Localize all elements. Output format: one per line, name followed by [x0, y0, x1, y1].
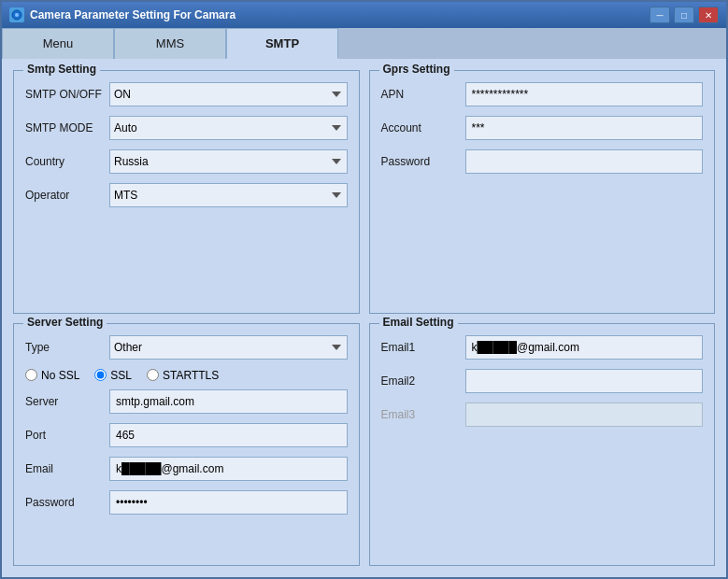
tab-bar: Menu MMS SMTP	[2, 28, 726, 59]
smtp-setting-title: Smtp Setting	[23, 63, 100, 76]
main-window: Camera Parameter Setting For Camara ─ □ …	[0, 0, 728, 579]
email-setting-panel: Email Setting Email1 Email2 Email3	[369, 323, 716, 567]
no-ssl-label: No SSL	[41, 369, 79, 382]
email2-row: Email2	[381, 369, 704, 393]
apn-row: APN	[381, 82, 704, 106]
tab-smtp[interactable]: SMTP	[226, 28, 338, 59]
no-ssl-radio[interactable]	[25, 369, 37, 381]
content-area: Smtp Setting SMTP ON/OFF ON OFF SMTP MOD…	[2, 59, 726, 577]
tab-menu[interactable]: Menu	[2, 28, 114, 59]
account-input[interactable]	[465, 116, 704, 140]
smtp-mode-label: SMTP MODE	[25, 121, 109, 134]
country-row: Country Russia Other	[25, 149, 348, 174]
ssl-label: SSL	[110, 369, 132, 382]
smtp-onoff-label: SMTP ON/OFF	[25, 88, 109, 101]
maximize-button[interactable]: □	[674, 7, 694, 23]
account-row: Account	[381, 116, 704, 140]
ssl-radio[interactable]	[94, 369, 107, 381]
email2-input[interactable]	[465, 369, 704, 393]
apn-label: APN	[381, 88, 465, 101]
port-input[interactable]	[109, 423, 348, 447]
server-label: Server	[25, 395, 109, 408]
type-select[interactable]: Other Gmail Yahoo	[109, 335, 348, 360]
window-controls: ─ □ ✕	[649, 7, 719, 23]
account-label: Account	[381, 121, 465, 134]
close-button[interactable]: ✕	[698, 7, 719, 23]
smtp-onoff-row: SMTP ON/OFF ON OFF	[25, 82, 348, 106]
ssl-option[interactable]: SSL	[94, 369, 132, 382]
server-setting-panel: Server Setting Type Other Gmail Yahoo No…	[13, 323, 360, 567]
tab-mms[interactable]: MMS	[114, 28, 226, 59]
minimize-button[interactable]: ─	[649, 7, 670, 23]
gprs-setting-title: Gprs Setting	[379, 63, 454, 76]
smtp-mode-select[interactable]: Auto Manual	[109, 116, 348, 140]
email3-label: Email3	[381, 408, 465, 421]
email1-label: Email1	[381, 341, 465, 354]
email-setting-title: Email Setting	[379, 316, 458, 329]
server-row: Server	[25, 389, 348, 414]
window-title: Camera Parameter Setting For Camara	[30, 8, 649, 21]
type-label: Type	[25, 341, 109, 354]
svg-point-1	[15, 13, 19, 17]
email2-label: Email2	[381, 374, 465, 388]
server-input[interactable]	[109, 389, 348, 414]
smtp-setting-panel: Smtp Setting SMTP ON/OFF ON OFF SMTP MOD…	[13, 70, 360, 314]
email-server-input[interactable]	[109, 457, 348, 481]
smtp-onoff-select[interactable]: ON OFF	[109, 82, 348, 106]
email3-input	[465, 402, 704, 427]
type-row: Type Other Gmail Yahoo	[25, 335, 348, 360]
password-server-input[interactable]	[109, 490, 348, 515]
app-icon	[9, 7, 24, 22]
country-label: Country	[25, 155, 109, 168]
email3-row: Email3	[381, 402, 704, 427]
email-server-row: Email	[25, 457, 348, 481]
no-ssl-option[interactable]: No SSL	[25, 369, 79, 382]
starttls-label: STARTTLS	[163, 369, 219, 382]
password-gprs-row: Password	[381, 149, 704, 174]
operator-label: Operator	[25, 189, 109, 202]
ssl-radio-group: No SSL SSL STARTTLS	[25, 369, 348, 382]
password-gprs-input[interactable]	[465, 149, 704, 174]
password-server-row: Password	[25, 490, 348, 515]
password-gprs-label: Password	[381, 155, 465, 168]
server-setting-title: Server Setting	[23, 316, 107, 329]
gprs-setting-panel: Gprs Setting APN Account Password	[369, 70, 716, 314]
port-row: Port	[25, 423, 348, 447]
email1-row: Email1	[381, 335, 704, 360]
email-server-label: Email	[25, 462, 109, 475]
starttls-radio[interactable]	[147, 369, 159, 381]
operator-select[interactable]: MTS Other	[109, 183, 348, 207]
smtp-mode-row: SMTP MODE Auto Manual	[25, 116, 348, 140]
country-select[interactable]: Russia Other	[109, 149, 348, 174]
email1-input[interactable]	[465, 335, 704, 360]
port-label: Port	[25, 429, 109, 442]
title-bar: Camera Parameter Setting For Camara ─ □ …	[2, 2, 726, 28]
starttls-option[interactable]: STARTTLS	[147, 369, 219, 382]
apn-input[interactable]	[465, 82, 704, 106]
password-server-label: Password	[25, 496, 109, 509]
operator-row: Operator MTS Other	[25, 183, 348, 207]
